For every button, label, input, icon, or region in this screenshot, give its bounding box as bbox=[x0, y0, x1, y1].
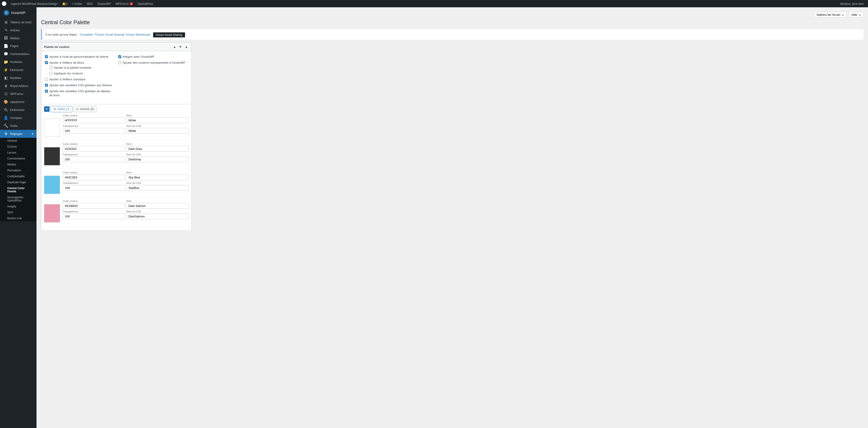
checkbox-oceanwp[interactable] bbox=[118, 55, 121, 58]
sidebar-item-label: Comptes bbox=[10, 116, 22, 120]
notice-link[interactable]: Compléter "Ocean Social Sharing" Activer… bbox=[80, 33, 150, 36]
checkbox-palette-existante[interactable] bbox=[50, 66, 53, 69]
submenu-medias[interactable]: Médias bbox=[0, 161, 36, 167]
submenu-central-color-palette[interactable]: Central Color Palette bbox=[0, 185, 36, 194]
color-name-group-dark-grey: Nom bbox=[126, 143, 189, 152]
sidebar-item-wpforms[interactable]: ☑ WPForms bbox=[0, 90, 36, 98]
color-swatch-dark-salmon[interactable] bbox=[44, 204, 60, 222]
color-css-name-input-sky-blue[interactable] bbox=[126, 185, 189, 191]
screen-options-button[interactable]: Options de l'écran bbox=[814, 12, 846, 18]
submenu-lecture[interactable]: Lecture bbox=[0, 150, 36, 156]
color-fields-dark-salmon: Code couleur Nom Transparence Nom d bbox=[63, 200, 189, 219]
color-name-group-dark-salmon: Nom bbox=[126, 200, 189, 209]
wp-logo[interactable]: W bbox=[2, 1, 6, 6]
notice-plugin-button[interactable]: Ocean Social Sharing bbox=[153, 32, 185, 37]
chevron-down-icon bbox=[842, 14, 844, 16]
comptes-icon: 👤 bbox=[4, 116, 8, 120]
color-swatch-white[interactable] bbox=[44, 119, 60, 137]
submenu-general[interactable]: Général bbox=[0, 138, 36, 144]
checkbox-personalisation[interactable] bbox=[45, 55, 48, 58]
submenu-commentaires[interactable]: Commentaires bbox=[0, 156, 36, 161]
checkbox-row-oceanwp: Intégrer avec OceanWP bbox=[118, 55, 188, 59]
sidebar-item-dashboard[interactable]: ⊞ Tableau de bord bbox=[0, 18, 36, 26]
checkbox-blocs[interactable] bbox=[45, 61, 48, 64]
color-css-name-label-sky-blue: Nom du CSS bbox=[126, 182, 189, 184]
checkbox-classique[interactable] bbox=[45, 78, 48, 81]
panel-settings: Ajouter à l'outil de personnalisation du… bbox=[41, 51, 191, 104]
sidebar-item-reglages[interactable]: ⚙ Réglages bbox=[0, 130, 36, 138]
color-code-input-sky-blue[interactable] bbox=[63, 175, 125, 180]
color-entry-white: Code couleur Nom Transparence Nom d bbox=[44, 114, 189, 140]
submenu-duplicate-page[interactable]: Duplicate Page bbox=[0, 179, 36, 185]
submenu-ecriture[interactable]: Écriture bbox=[0, 144, 36, 150]
color-code-input-dark-grey[interactable] bbox=[63, 146, 125, 152]
color-swatch-sky-blue[interactable] bbox=[44, 176, 60, 194]
color-name-input-dark-salmon[interactable] bbox=[126, 203, 189, 209]
sidebar-item-modeles[interactable]: ◧ Modèles bbox=[0, 74, 36, 82]
panel-down-button[interactable]: ▼ bbox=[178, 44, 183, 49]
checkbox-transparent[interactable] bbox=[118, 61, 121, 64]
settings-left: Ajouter à l'outil de personnalisation du… bbox=[45, 55, 115, 98]
color-name-input-dark-grey[interactable] bbox=[126, 146, 189, 152]
sidebar-brand[interactable]: O OceanWP bbox=[0, 7, 36, 18]
panel-collapse-button[interactable]: ▲ bbox=[184, 44, 189, 49]
submenu-imagify[interactable]: Imagify bbox=[0, 204, 36, 209]
color-name-input-sky-blue[interactable] bbox=[126, 175, 189, 180]
color-transparency-input-dark-grey[interactable] bbox=[63, 156, 125, 162]
adminbar-site-name[interactable]: Agence WordPress Banana Design bbox=[9, 0, 59, 7]
wpforms-icon: ☑ bbox=[4, 92, 8, 96]
sidebar-item-commentaires[interactable]: 💬 Commentaires bbox=[0, 50, 36, 58]
add-color-button[interactable]: + bbox=[44, 106, 50, 112]
color-css-name-input-white[interactable] bbox=[126, 128, 189, 134]
submenu-sauvegardes[interactable]: Sauvegardes UpdraftPlus bbox=[0, 194, 36, 204]
adminbar-seo[interactable]: SEO bbox=[85, 0, 94, 7]
sidebar-item-outils[interactable]: 🔧 Outils bbox=[0, 122, 36, 130]
sidebar-item-label: Royal Addons bbox=[10, 84, 28, 88]
tab-inactive[interactable]: ✏ Inactive (0) bbox=[73, 106, 97, 112]
color-transparency-label-dark-grey: Transparence bbox=[63, 153, 125, 156]
tabs-bar: + 👁 Active (7) ✏ Inactive (0) bbox=[41, 104, 191, 114]
submenu-seo[interactable]: SEO bbox=[0, 209, 36, 215]
sidebar-item-label: Réglages bbox=[10, 132, 23, 135]
adminbar-updraftplus[interactable]: UpdraftPlus bbox=[136, 0, 155, 7]
sidebar-item-apparence[interactable]: 🎨 Apparence bbox=[0, 98, 36, 106]
submenu-broken-link[interactable]: Broken Link bbox=[0, 215, 36, 221]
color-name-label-dark-salmon: Nom bbox=[126, 200, 189, 202]
adminbar-oceanwp[interactable]: OceanWP bbox=[96, 0, 113, 7]
color-transparency-input-sky-blue[interactable] bbox=[63, 185, 125, 191]
adminbar-notifications[interactable]: 🔔 0 bbox=[60, 0, 69, 7]
sidebar-item-medias[interactable]: 🖼 Médias bbox=[0, 34, 36, 42]
color-swatch-dark-grey[interactable] bbox=[44, 147, 60, 165]
color-code-input-dark-salmon[interactable] bbox=[63, 203, 125, 209]
sidebar-item-label: Elementor bbox=[10, 68, 24, 72]
submenu-confidentialite[interactable]: Confidentialité bbox=[0, 173, 36, 179]
tab-active[interactable]: 👁 Active (7) bbox=[51, 106, 72, 112]
inactive-tab-label: Inactive bbox=[80, 108, 89, 111]
checkbox-css-themes[interactable] bbox=[45, 84, 48, 87]
sidebar-item-royal-addons[interactable]: ♛ Royal Addons bbox=[0, 82, 36, 90]
color-code-input-white[interactable] bbox=[63, 118, 125, 123]
submenu-permaliens[interactable]: Permaliens bbox=[0, 167, 36, 173]
sidebar-item-comptes[interactable]: 👤 Comptes bbox=[0, 114, 36, 122]
color-css-name-input-dark-grey[interactable] bbox=[126, 156, 189, 162]
checkbox-row-personalisation: Ajouter à l'outil de personnalisation du… bbox=[45, 55, 115, 59]
checkbox-css-dashboard[interactable] bbox=[45, 90, 48, 93]
color-transparency-input-white[interactable] bbox=[63, 128, 125, 134]
sidebar-item-portfolios[interactable]: 📁 Portfolios bbox=[0, 58, 36, 66]
color-name-group-sky-blue: Nom bbox=[126, 171, 189, 180]
color-name-input-white[interactable] bbox=[126, 118, 189, 123]
adminbar-create[interactable]: + Créer bbox=[70, 0, 84, 7]
checkbox-appliquer[interactable] bbox=[50, 72, 53, 75]
active-tab-label: Active bbox=[58, 108, 65, 111]
color-css-name-input-dark-salmon[interactable] bbox=[126, 214, 189, 219]
sidebar-item-pages[interactable]: 📄 Pages bbox=[0, 42, 36, 50]
color-transparency-input-dark-salmon[interactable] bbox=[63, 214, 125, 219]
sidebar-item-articles[interactable]: ✎ Articles bbox=[0, 26, 36, 34]
sidebar-item-elementor[interactable]: ⚡ Elementor bbox=[0, 66, 36, 74]
sidebar-item-extensions[interactable]: 🔌 Extensions bbox=[0, 106, 36, 114]
adminbar-wpforms[interactable]: WPForms 1 bbox=[114, 0, 135, 7]
checkbox-personalisation-label: Ajouter à l'outil de personnalisation du… bbox=[49, 55, 108, 59]
panel-up-button[interactable]: ▲ bbox=[172, 44, 177, 49]
help-button[interactable]: Aide bbox=[848, 12, 863, 18]
checkbox-row-classique: Ajouter à l'éditeur classique bbox=[45, 77, 115, 82]
